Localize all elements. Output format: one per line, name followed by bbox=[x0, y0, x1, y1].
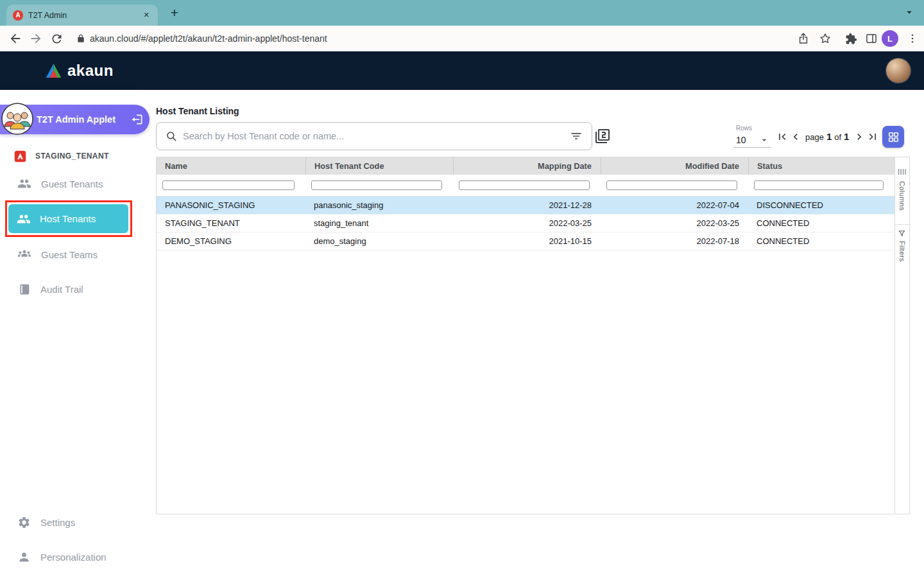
lock-icon[interactable] bbox=[76, 33, 86, 44]
gear-icon bbox=[17, 516, 31, 529]
people-icon bbox=[17, 212, 31, 226]
tab-close-icon[interactable]: ✕ bbox=[141, 10, 151, 21]
share-icon[interactable] bbox=[796, 31, 811, 46]
first-page-button[interactable] bbox=[775, 130, 789, 143]
side-panel-icon[interactable] bbox=[864, 31, 879, 46]
browser-tab[interactable]: A T2T Admin ✕ bbox=[6, 4, 158, 26]
page-title: Host Tenant Listing bbox=[156, 106, 239, 116]
copy-pages-button[interactable] bbox=[595, 128, 610, 144]
sidebar-item-label: Settings bbox=[40, 517, 75, 528]
logo-text: akaun bbox=[67, 62, 114, 80]
extensions-puzzle-icon[interactable] bbox=[843, 31, 859, 46]
tenant-name-label: STAGING_TENANT bbox=[35, 152, 109, 161]
new-tab-button[interactable]: + bbox=[166, 4, 184, 22]
back-icon[interactable] bbox=[8, 31, 23, 46]
reload-icon[interactable] bbox=[49, 31, 64, 46]
filter-list-icon[interactable] bbox=[570, 130, 583, 143]
sidebar-item-audit-trail[interactable]: Audit Trail bbox=[0, 275, 138, 303]
cell-code: panasonic_staging bbox=[305, 197, 453, 214]
cell-name: STAGING_TENANT bbox=[157, 215, 305, 232]
sidebar-item-label: Host Tenants bbox=[40, 213, 96, 224]
filter-input-status[interactable] bbox=[754, 180, 884, 190]
address-bar[interactable]: akaun.cloud/#/applet/t2t/akaun/t2t-admin… bbox=[90, 33, 327, 44]
sidebar: T2T Admin Applet STAGING_TENANT Guest Te… bbox=[0, 90, 138, 578]
column-header-name[interactable]: Name bbox=[157, 157, 305, 175]
sidebar-item-label: Audit Trail bbox=[40, 284, 83, 295]
column-header-mapping-date[interactable]: Mapping Date bbox=[453, 157, 601, 175]
strip-divider bbox=[895, 224, 909, 225]
search-icon bbox=[166, 130, 177, 142]
cell-code: staging_tenant bbox=[305, 215, 453, 232]
applet-banner[interactable]: T2T Admin Applet bbox=[0, 105, 150, 134]
sidebar-item-guest-teams[interactable]: Guest Teams bbox=[0, 240, 138, 268]
cell-status: DISCONNECTED bbox=[748, 197, 894, 214]
next-page-button[interactable] bbox=[852, 130, 866, 143]
tab-list-chevron-down-icon[interactable] bbox=[903, 6, 915, 18]
sidebar-item-host-tenants[interactable]: Host Tenants bbox=[8, 204, 128, 233]
current-page-number: 1 bbox=[826, 131, 832, 142]
tab-favicon-icon: A bbox=[13, 10, 23, 21]
grip-icon bbox=[898, 168, 907, 175]
exit-applet-icon[interactable] bbox=[131, 113, 144, 126]
column-header-status[interactable]: Status bbox=[748, 157, 894, 175]
filters-panel-label[interactable]: Filters bbox=[898, 241, 906, 262]
tenant-logo-icon bbox=[13, 150, 27, 163]
sidebar-item-personalization[interactable]: Personalization bbox=[0, 543, 138, 571]
browser-profile-avatar[interactable]: L bbox=[882, 30, 898, 47]
columns-panel-label[interactable]: Columns bbox=[898, 181, 906, 211]
applet-banner-label: T2T Admin Applet bbox=[37, 114, 116, 125]
page-indicator: page 1 of 1 bbox=[805, 131, 849, 142]
column-header-host-tenant-code[interactable]: Host Tenant Code bbox=[305, 157, 453, 175]
rows-per-page-value: 10 bbox=[736, 135, 746, 145]
cell-status: CONNECTED bbox=[748, 232, 894, 250]
sidebar-item-guest-tenants[interactable]: Guest Tenants bbox=[0, 170, 138, 198]
applet-people-icon bbox=[1, 102, 34, 136]
people-icon bbox=[17, 177, 31, 191]
cell-code: demo_staging bbox=[305, 232, 453, 250]
previous-page-button[interactable] bbox=[789, 130, 802, 143]
akaun-logo[interactable]: akaun bbox=[45, 62, 114, 80]
cell-status: CONNECTED bbox=[748, 215, 894, 232]
search-input[interactable] bbox=[183, 131, 564, 141]
host-tenant-table: Name Host Tenant Code Mapping Date Modif… bbox=[156, 157, 910, 514]
table-side-strip: Columns Filters bbox=[894, 157, 909, 514]
filter-input-mapping-date[interactable] bbox=[459, 180, 590, 190]
sidebar-item-label: Guest Tenants bbox=[41, 179, 103, 189]
sidebar-item-settings[interactable]: Settings bbox=[0, 508, 138, 536]
forward-icon[interactable] bbox=[28, 31, 44, 46]
bookmark-star-icon[interactable] bbox=[817, 31, 833, 46]
app-header: akaun bbox=[0, 51, 924, 90]
cell-mapping_date: 2021-10-15 bbox=[453, 232, 601, 250]
browser-toolbar: akaun.cloud/#/applet/t2t/akaun/t2t-admin… bbox=[0, 26, 924, 51]
table-filter-row bbox=[157, 175, 894, 197]
table-body: PANASONIC_STAGINGpanasonic_staging2021-1… bbox=[157, 197, 894, 514]
table-row[interactable]: DEMO_STAGINGdemo_staging2021-10-152022-0… bbox=[157, 232, 894, 250]
columns-panel-toggle[interactable] bbox=[898, 168, 907, 175]
sidebar-tenant[interactable]: STAGING_TENANT bbox=[0, 145, 138, 167]
journal-icon bbox=[17, 283, 31, 296]
main-content: Host Tenant Listing Rows 10 page 1 of 1 bbox=[138, 90, 924, 578]
browser-menu-kebab-icon[interactable] bbox=[905, 31, 920, 46]
grid-view-icon bbox=[887, 131, 900, 143]
cell-modified_date: 2022-03-25 bbox=[601, 215, 748, 232]
sidebar-item-label: Personalization bbox=[40, 552, 107, 563]
filter-input-modified-date[interactable] bbox=[606, 180, 737, 190]
view-grid-button[interactable] bbox=[882, 126, 904, 148]
column-header-modified-date[interactable]: Modified Date bbox=[601, 157, 748, 175]
cell-name: DEMO_STAGING bbox=[157, 232, 305, 250]
filter-2-icon bbox=[595, 128, 610, 144]
page-word: page bbox=[805, 132, 824, 142]
cell-name: PANASONIC_STAGING bbox=[157, 197, 305, 214]
cell-mapping_date: 2022-03-25 bbox=[453, 215, 601, 232]
user-avatar[interactable] bbox=[886, 58, 911, 83]
rows-label: Rows bbox=[733, 125, 774, 132]
akaun-triangle-icon bbox=[45, 63, 62, 78]
table-row[interactable]: PANASONIC_STAGINGpanasonic_staging2021-1… bbox=[157, 197, 894, 215]
filters-panel-toggle[interactable] bbox=[898, 229, 906, 238]
rows-per-page-select[interactable]: 10 bbox=[733, 135, 771, 148]
filter-input-name[interactable] bbox=[162, 180, 295, 190]
funnel-icon bbox=[898, 229, 906, 238]
last-page-button[interactable] bbox=[866, 130, 879, 143]
filter-input-host-tenant-code[interactable] bbox=[311, 180, 442, 190]
table-row[interactable]: STAGING_TENANTstaging_tenant2022-03-2520… bbox=[157, 215, 894, 232]
